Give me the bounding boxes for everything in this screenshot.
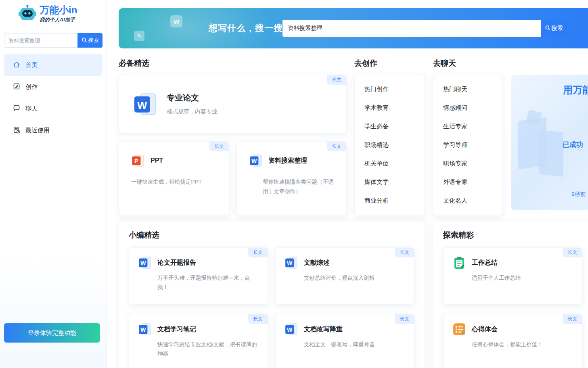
clipboard-icon <box>452 256 466 270</box>
section-title-chat: 去聊天 <box>433 58 503 68</box>
card-title: 工作总结 <box>472 259 498 267</box>
word-icon: W <box>249 154 263 167</box>
section-title-editor: 小编精选 <box>129 230 415 240</box>
long-text-badge: 长文 <box>395 248 414 257</box>
create-cat-hot[interactable]: 热门创作 <box>355 80 425 98</box>
card-title: 资料搜索整理 <box>268 157 307 165</box>
long-text-badge: 长文 <box>563 314 582 324</box>
word-icon: W <box>133 92 158 117</box>
chat-cat-career[interactable]: 职场专家 <box>433 154 502 173</box>
chat-icon <box>13 105 20 113</box>
ppt-icon: P <box>131 154 145 167</box>
search-icon <box>82 37 87 44</box>
chat-cat-study[interactable]: 学习导师 <box>433 136 502 154</box>
promo-status: 已成功 <box>563 140 583 149</box>
card-research-organize[interactable]: 长文 W 资料搜索整理 帮你快速搞懂各类问题（不适用于文 <box>236 141 347 216</box>
long-text-badge: 长文 <box>563 248 582 257</box>
sidebar-item-chat[interactable]: 聊天 <box>4 98 103 119</box>
card-ppt[interactable]: 长文 P PPT 一键快速生成，轻松搞定PPT <box>119 141 229 216</box>
card-thesis-proposal[interactable]: 长文 W 论文开题报告 万事开头难，开题报告特别难～来， <box>129 247 268 305</box>
app-subtitle: 我的个人AI助手 <box>40 17 77 23</box>
card-work-summary[interactable]: 长文 <box>443 247 582 305</box>
long-text-badge: 长文 <box>327 75 346 85</box>
section-essential: 必备精选 长文 W 专业论文 格式规范，内容专业 <box>119 56 347 216</box>
create-cat-academic[interactable]: 学术教育 <box>355 98 425 117</box>
card-desc: 文献总结评价，观点深入剖析 <box>304 274 405 283</box>
chat-cat-culture[interactable]: 文化名人 <box>433 191 502 210</box>
create-cat-workplace[interactable]: 职场精选 <box>355 136 425 154</box>
svg-text:W: W <box>140 260 146 266</box>
sidebar-search-input[interactable] <box>4 33 77 48</box>
banner-title: 想写什么，搜一搜 <box>209 22 283 34</box>
section-create: 去创作 热门创作 学术教育 学生必备 职场精选 机关单位 媒体文学 商业分析 <box>354 56 425 216</box>
bottom-row: 小编精选 长文 W 论文开题报告 <box>119 221 588 368</box>
sidebar-search-button[interactable]: 搜索 <box>77 33 103 48</box>
card-literature-review[interactable]: 长文 W 文献综述 文献总结评价，观点深入剖析 <box>275 247 414 305</box>
section-title-essential: 必备精选 <box>119 58 347 68</box>
edit-icon <box>13 83 20 91</box>
card-title: 文献综述 <box>304 259 330 267</box>
app-title: 万能小in <box>40 5 77 15</box>
logo[interactable]: 万能小in 我的个人AI助手 <box>0 0 107 23</box>
card-title: 心得体会 <box>472 325 498 334</box>
card-title: 文档学习笔记 <box>157 325 196 334</box>
banner-search-button[interactable]: 搜索 <box>541 20 567 37</box>
card-reflections[interactable]: 长文 <box>443 314 582 368</box>
svg-text:W: W <box>251 158 257 164</box>
card-professional-paper[interactable]: 长文 W 专业论文 格式规范，内容专业 <box>119 75 347 133</box>
sidebar-item-home[interactable]: 首页 <box>4 54 103 76</box>
home-icon <box>13 61 20 69</box>
sidebar-search: 搜索 <box>4 33 103 48</box>
word-icon: W <box>285 256 298 270</box>
recent-doc-icon <box>13 126 20 135</box>
section-editor-picks: 小编精选 长文 W 论文开题报告 <box>119 221 425 368</box>
card-title: 文档改写降重 <box>304 325 343 334</box>
create-cat-student[interactable]: 学生必备 <box>355 117 425 136</box>
promo-illustration <box>539 130 563 177</box>
sidebar-item-recent[interactable]: 最近使用 <box>4 119 103 141</box>
svg-text:W: W <box>287 326 293 333</box>
long-text-badge: 长文 <box>209 142 229 151</box>
chat-cat-hot[interactable]: 热门聊天 <box>433 80 502 98</box>
sidebar-nav: 首页 创作 聊天 最近使用 <box>4 54 103 141</box>
section-explore: 探索精彩 长文 <box>433 221 588 368</box>
card-desc: 一键快速生成，轻松搞定PPT <box>131 177 218 187</box>
card-study-notes[interactable]: 长文 W 文档学习笔记 快速学习总结专业文档/文献，把书 <box>129 314 268 368</box>
section-title-create: 去创作 <box>354 58 425 68</box>
sidebar-item-create[interactable]: 创作 <box>4 76 103 98</box>
card-desc: 万事开头难，开题报告特别难～来，点我！ <box>157 274 259 292</box>
sidebar: 万能小in 我的个人AI助手 搜索 首页 <box>0 0 107 368</box>
top-row: 必备精选 长文 W 专业论文 格式规范，内容专业 <box>119 56 588 216</box>
card-rewrite-dedup[interactable]: 长文 W 文档改写降重 文档全文一键改写，降重神器 <box>275 314 414 368</box>
card-desc: 帮你快速搞懂各类问题（不适用于文章创作） <box>263 177 336 196</box>
promo-panel[interactable]: 用万能 已成功 9秒前 <box>511 75 588 210</box>
card-desc: 快速学习总结专业文档/文献，把书读薄的神器 <box>157 340 259 359</box>
long-text-badge: 长文 <box>248 248 268 257</box>
svg-text:W: W <box>140 326 146 333</box>
chat-cat-emotion[interactable]: 情感顾问 <box>433 98 502 117</box>
word-icon: W <box>138 322 152 336</box>
long-text-badge: 长文 <box>327 142 346 151</box>
note-icon <box>452 322 466 336</box>
main-content: ✎ W 想写什么，搜一搜 搜索 必备精选 长 <box>107 0 588 368</box>
svg-text:P: P <box>134 158 138 164</box>
long-text-badge: 长文 <box>248 314 268 324</box>
login-button[interactable]: 登录体验完整功能 <box>4 323 100 343</box>
chat-cat-language[interactable]: 外语专家 <box>433 173 502 191</box>
promo-headline: 用万能 <box>563 84 588 96</box>
card-desc: 格式规范，内容专业 <box>167 108 218 115</box>
create-cat-government[interactable]: 机关单位 <box>355 154 425 173</box>
create-category-list: 热门创作 学术教育 学生必备 职场精选 机关单位 媒体文学 商业分析 <box>354 75 425 216</box>
banner-search: 搜索 <box>282 20 567 37</box>
create-cat-media[interactable]: 媒体文学 <box>355 173 425 191</box>
banner-search-input[interactable] <box>282 20 541 37</box>
chat-cat-life[interactable]: 生活专家 <box>433 117 502 136</box>
card-title: 论文开题报告 <box>157 259 196 267</box>
card-desc: 适用于个人工作总结 <box>472 274 573 283</box>
svg-text:W: W <box>287 260 293 266</box>
clipboard-deco-icon: ✎ <box>134 31 144 41</box>
search-icon <box>545 25 550 32</box>
robot-logo-icon <box>19 5 36 23</box>
create-cat-business[interactable]: 商业分析 <box>355 191 425 210</box>
section-title-explore: 探索精彩 <box>443 230 584 240</box>
